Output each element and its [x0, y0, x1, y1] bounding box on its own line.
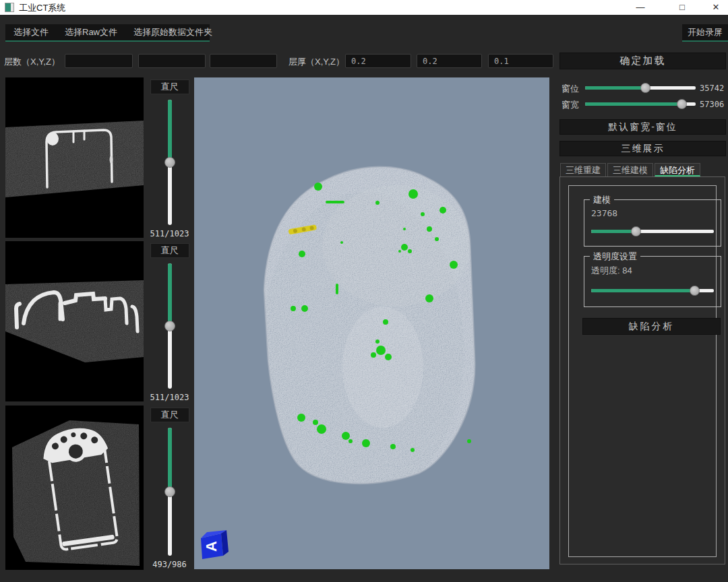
window-width-slider-handle[interactable] [677, 99, 687, 109]
slice-view-xy[interactable] [5, 77, 144, 238]
select-raw-file-button[interactable]: 选择Raw文件 [57, 26, 125, 38]
ruler-button-3[interactable]: 直尺 [150, 408, 189, 422]
thickness-label: 层厚（X,Y,Z） [289, 56, 344, 68]
slice2-slider-column: 直尺 511/1023 [147, 243, 192, 402]
opacity-slider-handle[interactable] [690, 286, 700, 296]
titlebar: 工业CT系统 — □ ✕ [0, 0, 728, 15]
slice2-slider[interactable] [168, 263, 172, 389]
tab-3d-reconstruction[interactable]: 三维重建 [560, 163, 606, 176]
opacity-groupbox: 透明度设置 透明度: 84 [584, 256, 721, 307]
modeling-group-title: 建模 [590, 194, 614, 206]
display-3d-button[interactable]: 三维展示 [559, 141, 726, 156]
panel-inner-frame: 建模 23768 透明度设置 透明度: 84 缺陷分析 [568, 185, 717, 557]
tab-3d-modeling[interactable]: 三维建模 [607, 163, 653, 176]
slice3-slider[interactable] [168, 428, 172, 556]
defect-analysis-button[interactable]: 缺陷分析 [582, 318, 721, 335]
orientation-cube-icon: A [201, 530, 229, 559]
opacity-slider[interactable] [591, 289, 714, 292]
minimize-button[interactable]: — [626, 0, 655, 15]
modeling-value: 23768 [591, 208, 617, 218]
slice3-position-label: 493/986 [147, 560, 192, 569]
start-record-button[interactable]: 开始录屏 [679, 26, 728, 38]
maximize-button[interactable]: □ [667, 0, 697, 15]
slice3-slider-column: 直尺 493/986 [147, 408, 192, 569]
slice1-position-label: 511/1023 [147, 229, 192, 238]
window-level-slider-handle[interactable] [640, 83, 650, 93]
slice3-slider-handle[interactable] [164, 486, 175, 497]
slice-view-xz[interactable] [5, 241, 144, 401]
layers-x-input[interactable] [65, 54, 133, 68]
defect-analysis-panel: 建模 23768 透明度设置 透明度: 84 缺陷分析 [559, 176, 725, 564]
window-width-label: 窗宽 [562, 99, 579, 111]
file-toolbar: 选择文件 选择Raw文件 选择原始数据文件夹 [5, 24, 210, 42]
window-level-slider[interactable] [585, 86, 696, 90]
viewport-3d[interactable]: A [194, 77, 549, 569]
opacity-group-title: 透明度设置 [590, 251, 640, 263]
slice-view-yz[interactable] [5, 406, 144, 570]
window-title: 工业CT系统 [19, 2, 65, 14]
slice1-slider-column: 直尺 511/1023 [147, 79, 192, 238]
volume-render: A [194, 77, 549, 569]
thickness-y-input[interactable] [417, 54, 482, 68]
select-file-button[interactable]: 选择文件 [5, 26, 57, 38]
app-window: 工业CT系统 — □ ✕ 选择文件 选择Raw文件 选择原始数据文件夹 开始录屏… [0, 0, 728, 582]
record-toolbar: 开始录屏 [682, 24, 728, 42]
window-width-value: 57306 [700, 100, 724, 109]
slice2-position-label: 511/1023 [147, 393, 192, 402]
window-width-slider[interactable] [585, 102, 696, 106]
tab-defect-analysis[interactable]: 缺陷分析 [655, 163, 700, 176]
slice1-slider-handle[interactable] [164, 157, 175, 168]
opacity-value-label: 透明度: 84 [591, 265, 632, 277]
modeling-groupbox: 建模 23768 [584, 199, 721, 247]
slice2-slider-handle[interactable] [164, 321, 175, 331]
default-ww-wl-button[interactable]: 默认窗宽-窗位 [559, 119, 726, 135]
confirm-load-button[interactable]: 确定加载 [559, 53, 726, 69]
layers-z-input[interactable] [210, 54, 277, 68]
app-icon [5, 3, 14, 12]
modeling-slider[interactable] [591, 230, 714, 233]
select-raw-folder-button[interactable]: 选择原始数据文件夹 [125, 26, 220, 38]
layers-y-input[interactable] [138, 54, 206, 68]
window-level-label: 窗位 [562, 83, 579, 95]
close-button[interactable]: ✕ [701, 0, 728, 15]
analysis-tabs: 三维重建 三维建模 缺陷分析 [560, 163, 702, 176]
thickness-z-input[interactable] [488, 54, 553, 68]
layers-label: 层数（X,Y,Z） [4, 56, 60, 68]
svg-text:A: A [203, 541, 220, 552]
window-level-value: 35742 [700, 84, 724, 93]
ruler-button-2[interactable]: 直尺 [150, 243, 189, 258]
ruler-button-1[interactable]: 直尺 [150, 79, 189, 94]
slice1-slider[interactable] [168, 100, 172, 225]
thickness-x-input[interactable] [345, 54, 411, 68]
modeling-slider-handle[interactable] [631, 226, 641, 236]
